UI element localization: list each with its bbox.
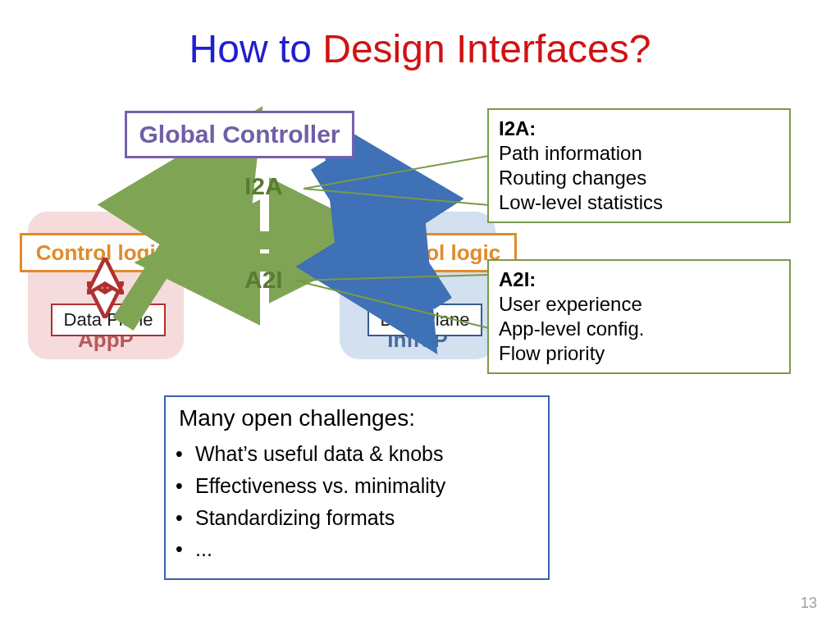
callout-a2i-head: A2I: (499, 268, 536, 290)
callout-i2a: I2A: Path information Routing changes Lo… (487, 108, 791, 223)
svg-line-7 (304, 189, 489, 205)
callout-a2i-line2: App-level config. (499, 317, 779, 341)
title-part1: How to (189, 27, 323, 71)
challenge-item: Standardizing formats (195, 502, 535, 534)
callout-i2a-line3: Low-level statistics (499, 190, 779, 215)
challenges-list: What’s useful data & knobs Effectiveness… (179, 438, 535, 565)
callout-a2i-line3: Flow priority (499, 341, 779, 366)
svg-line-6 (304, 156, 489, 189)
a2i-label: A2I (244, 266, 283, 294)
slide-title: How to Design Interfaces? (0, 26, 840, 71)
i2a-label: I2A (244, 172, 283, 200)
data-plane-right: Data Plane (368, 304, 482, 336)
callout-i2a-line2: Routing changes (499, 166, 779, 190)
control-logic-left: Control logic (20, 233, 184, 272)
challenge-item: Effectiveness vs. minimality (195, 470, 535, 502)
title-part3: ? (629, 27, 651, 71)
callout-i2a-head: I2A: (499, 117, 536, 139)
callout-a2i-line1: User experience (499, 292, 779, 317)
challenges-box: Many open challenges: What’s useful data… (164, 395, 550, 580)
challenge-item: ... (195, 533, 535, 565)
challenge-item: What’s useful data & knobs (195, 438, 535, 470)
global-controller-box: Global Controller (125, 111, 354, 158)
title-part2: Design Interfaces (322, 27, 629, 71)
page-number: 13 (801, 595, 817, 612)
callout-a2i: A2I: User experience App-level config. F… (487, 259, 791, 374)
callout-i2a-line1: Path information (499, 141, 779, 166)
data-plane-left: Data Plane (51, 304, 166, 336)
challenges-head: Many open challenges: (179, 405, 535, 431)
